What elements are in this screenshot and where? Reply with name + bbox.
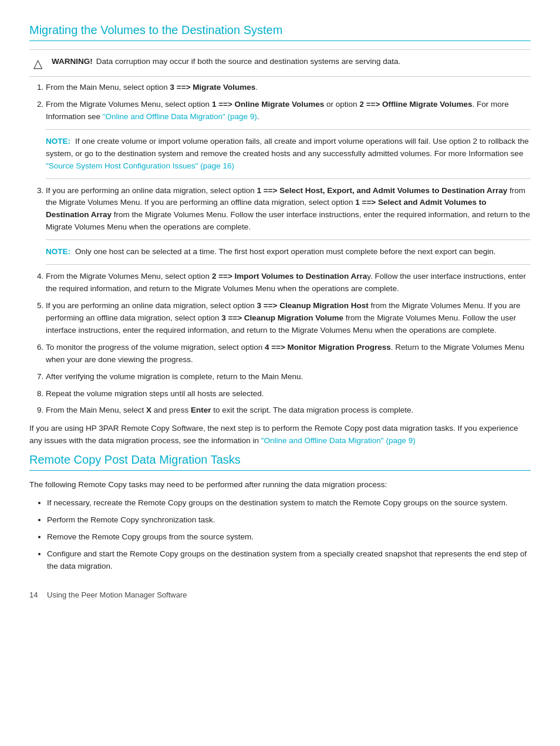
- step-3: If you are performing an online data mig…: [46, 185, 531, 265]
- bullet-1: If necessary, recreate the Remote Copy g…: [47, 497, 531, 509]
- warning-body: Data corruption may occur if both the so…: [96, 57, 401, 66]
- bullet-3: Remove the Remote Copy groups from the s…: [47, 531, 531, 544]
- note-text-1: If one create volume or import volume op…: [46, 137, 529, 170]
- link-online-offline-1[interactable]: "Online and Offline Data Migration" (pag…: [103, 112, 257, 121]
- warning-text: WARNING!Data corruption may occur if bot…: [52, 56, 400, 67]
- warning-box: △ WARNING!Data corruption may occur if b…: [29, 49, 531, 77]
- bullet-4: Configure and start the Remote Copy grou…: [47, 548, 531, 573]
- step-2: From the Migrate Volumes Menu, select op…: [46, 99, 531, 179]
- note-label-1: NOTE:: [46, 137, 70, 146]
- remote-copy-bullets: If necessary, recreate the Remote Copy g…: [47, 497, 531, 573]
- section2-intro: The following Remote Copy tasks may need…: [29, 479, 531, 491]
- step-7: After verifying the volume migration is …: [46, 371, 531, 383]
- link-online-offline-2[interactable]: "Online and Offline Data Migration" (pag…: [261, 436, 416, 445]
- step-5: If you are performing an online data mig…: [46, 300, 531, 337]
- step-4: From the Migrate Volumes Menu, select op…: [46, 271, 531, 295]
- note-box-1: NOTE:If one create volume or import volu…: [46, 129, 531, 179]
- link-source-host[interactable]: "Source System Host Configuration Issues…: [46, 161, 234, 170]
- note-label-2: NOTE:: [46, 247, 70, 256]
- page-footer: 14 Using the Peer Motion Manager Softwar…: [29, 590, 531, 599]
- note-text-2: Only one host can be selected at a time.…: [75, 247, 495, 256]
- page-number: 14: [29, 590, 41, 599]
- section2-title: Remote Copy Post Data Migration Tasks: [29, 453, 531, 471]
- bullet-2: Perform the Remote Copy synchronization …: [47, 514, 531, 526]
- footer-text: Using the Peer Motion Manager Software: [47, 590, 187, 599]
- warning-label: WARNING!: [52, 57, 93, 66]
- note-box-2: NOTE:Only one host can be selected at a …: [46, 239, 531, 265]
- step-1: From the Main Menu, select option 3 ==> …: [46, 82, 531, 94]
- section1-closing: If you are using HP 3PAR Remote Copy Sof…: [29, 423, 531, 447]
- steps-list: From the Main Menu, select option 3 ==> …: [46, 82, 531, 417]
- warning-icon: △: [29, 56, 46, 70]
- step-9: From the Main Menu, select X and press E…: [46, 404, 531, 417]
- section1-title: Migrating the Volumes to the Destination…: [29, 23, 531, 41]
- step-6: To monitor the progress of the volume mi…: [46, 342, 531, 366]
- step-8: Repeat the volume migration steps until …: [46, 388, 531, 400]
